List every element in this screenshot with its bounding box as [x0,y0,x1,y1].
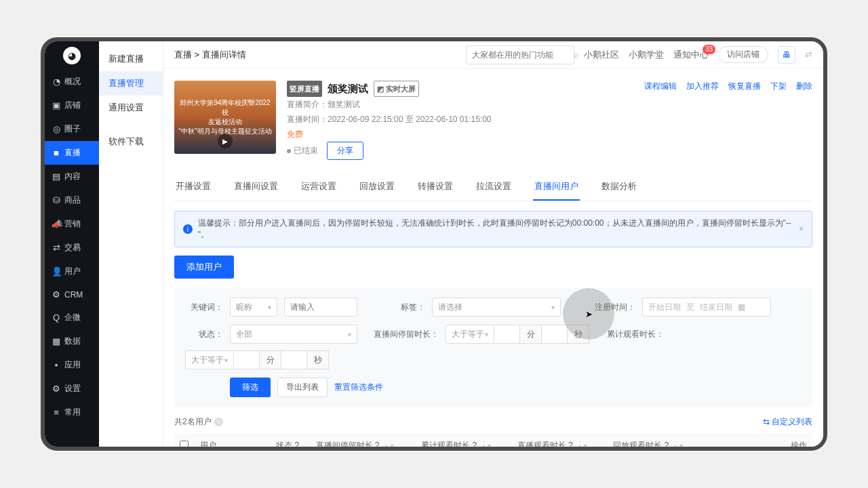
subnav-item[interactable]: 通用设置 [99,96,163,120]
user-count: 共2名用户 [174,416,212,428]
tab-开播设置[interactable]: 开播设置 [174,174,212,201]
nav-item-营销[interactable]: 📣营销 [45,212,99,236]
tab-运营设置[interactable]: 运营设置 [300,174,338,201]
visit-store-button[interactable]: 访问店铺 [718,46,768,63]
keyword-type-select[interactable]: 昵称▾ [230,298,277,317]
live-thumbnail[interactable]: 郑州大学第94周年校庆暨2022校 友返校活动 "中秋"明月与母校主题征文活动 … [174,81,276,154]
nav-item-内容[interactable]: ▤内容 [45,165,99,188]
nav-item-企微[interactable]: Q企微 [45,306,99,329]
tab-数据分析[interactable]: 数据分析 [600,174,638,201]
swap-icon[interactable]: ⇄ [805,49,812,60]
nav-item-应用[interactable]: ▪应用 [45,353,99,377]
live-title-row: 竖屏直播 颁奖测试 ◩ 实时大屏 [287,81,633,97]
tab-拉流设置[interactable]: 拉流设置 [475,174,513,201]
nav-item-数据[interactable]: ▦数据 [45,329,99,353]
nav-item-交易[interactable]: ⇄交易 [45,236,99,260]
subnav-item[interactable]: 直播管理 [99,71,163,96]
tag-select[interactable]: 请选择▾ [432,298,561,317]
subnav-download[interactable]: 软件下载 [99,129,163,154]
search-input[interactable] [472,50,574,60]
detail-actions: 课程编辑加入推荐恢复直播下架删除 [644,81,812,160]
global-search[interactable]: ⌕ [466,45,574,64]
play-icon[interactable]: ▶ [218,134,233,148]
filter-submit-button[interactable]: 筛选 [230,378,271,397]
sub-nav: 新建直播直播管理通用设置 软件下载 [99,41,163,447]
link-school[interactable]: 小鹅学堂 [629,49,664,61]
action-加入推荐[interactable]: 加入推荐 [686,81,719,160]
orientation-tag: 竖屏直播 [287,81,322,97]
nav-item-概况[interactable]: ◔概况 [45,70,99,94]
status-label: 已结束 [294,146,318,155]
notify-badge: 33 [703,45,715,54]
live-title: 颁奖测试 [328,81,368,96]
tab-直播间用户[interactable]: 直播间用户 [533,174,580,201]
subnav-item[interactable]: 新建直播 [99,47,163,71]
price-label: 免费 [287,127,633,142]
info-alert: i 温馨提示：部分用户进入直播间后，因为停留时长较短，无法准确统计到时长，此时直… [174,211,812,247]
nav-item-常用[interactable]: ≡常用 [45,401,99,424]
stay-duration[interactable]: 大于等于▾ 分 秒 [446,325,589,344]
action-课程编辑[interactable]: 课程编辑 [644,81,677,160]
print-icon[interactable]: 🖶 [778,46,795,64]
select-all-checkbox[interactable] [180,441,189,447]
calendar-icon: ▦ [738,302,745,312]
tab-回放设置[interactable]: 回放设置 [358,174,396,201]
info-icon: i [183,224,193,234]
nav-item-用户[interactable]: 👤用户 [45,260,99,283]
reset-filter-link[interactable]: 重置筛选条件 [334,382,383,393]
status-select[interactable]: 全部▾ [230,325,357,344]
export-button[interactable]: 导出列表 [277,378,328,397]
nav-item-设置[interactable]: ⚙设置 [45,377,99,401]
top-bar: 直播 > 直播间详情 ⌕ 小鹅社区 小鹅学堂 通知中心33 访问店铺 🖶 ⇄ [163,41,823,68]
tab-转播设置[interactable]: 转播设置 [416,174,454,201]
nav-item-店铺[interactable]: ▣店铺 [45,94,99,117]
nav-item-圈子[interactable]: ◎圈子 [45,117,99,141]
tab-直播间设置[interactable]: 直播间设置 [233,174,279,201]
link-community[interactable]: 小鹅社区 [584,49,619,61]
realtime-link[interactable]: ◩ 实时大屏 [374,81,419,97]
register-date-range[interactable]: 开始日期至结束日期▦ [642,298,771,317]
filter-panel: 关键词： 昵称▾ 标签： 请选择▾ 注册时间： 开始日期至结束日期▦ 状态： 全… [174,288,812,407]
nav-item-商品[interactable]: ⛁商品 [45,188,99,212]
action-下架[interactable]: 下架 [770,81,787,160]
watch-duration[interactable]: 大于等于▾ 分 秒 [185,350,329,369]
nav-item-直播[interactable]: ■直播 [45,141,99,165]
help-icon[interactable]: ? [214,418,223,426]
custom-columns-link[interactable]: ⇆ 自定义列表 [763,416,812,428]
logo: ◕ [45,41,99,70]
tab-bar: 开播设置直播间设置运营设置回放设置转播设置拉流设置直播间用户数据分析 [174,174,812,201]
action-删除[interactable]: 删除 [796,81,812,160]
left-nav: ◕ ◔概况▣店铺◎圈子■直播▤内容⛁商品📣营销⇄交易👤用户⚙CRMQ企微▦数据▪… [45,41,99,447]
nav-item-CRM[interactable]: ⚙CRM [45,283,99,306]
add-user-button[interactable]: 添加用户 [174,256,234,279]
link-notify[interactable]: 通知中心33 [673,49,709,61]
keyword-input[interactable] [290,302,351,312]
breadcrumb: 直播 > 直播间详情 [174,49,246,61]
close-alert-icon[interactable]: × [799,224,804,234]
search-icon[interactable]: ⌕ [574,49,579,60]
user-table: 用户状态 ?直播间停留时长 ? ▲▼累计观看时长 ? ▲▼直播观看时长 ? ▲▼… [174,433,812,447]
action-恢复直播[interactable]: 恢复直播 [728,81,761,160]
share-button[interactable]: 分享 [327,142,363,160]
